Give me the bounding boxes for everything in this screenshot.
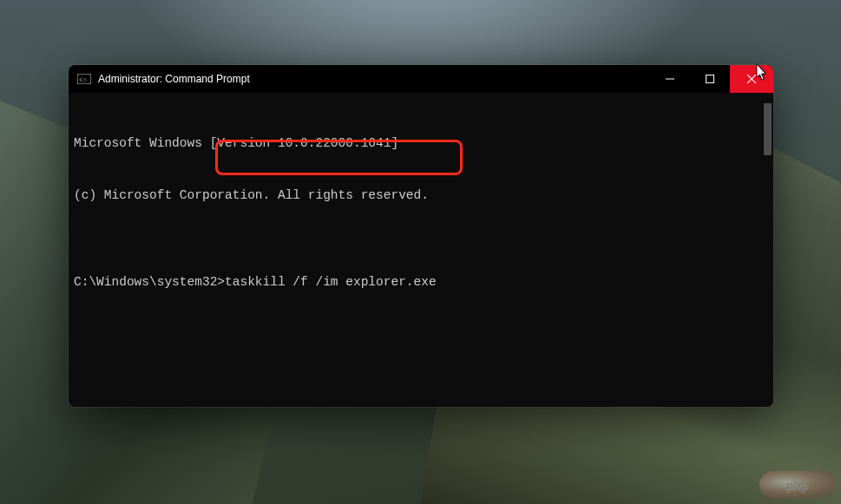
command-prompt-window: C:\ Administrator: Command Prompt Micros… — [69, 65, 773, 407]
terminal-output[interactable]: Microsoft Windows [Version 10.0.22000.16… — [69, 93, 773, 407]
terminal-scrollbar-thumb[interactable] — [764, 103, 772, 155]
svg-rect-3 — [706, 75, 714, 83]
svg-text:C:\: C:\ — [80, 76, 88, 83]
terminal-command: taskkill /f /im explorer.exe — [225, 273, 437, 291]
window-titlebar[interactable]: C:\ Administrator: Command Prompt — [69, 65, 773, 93]
cmd-icon: C:\ — [77, 72, 91, 86]
terminal-prompt-line: C:\Windows\system32>taskkill /f /im expl… — [74, 273, 766, 291]
watermark-badge: php — [759, 471, 836, 499]
watermark-text: php — [786, 479, 809, 492]
mouse-cursor-icon — [757, 64, 769, 85]
terminal-line: (c) Microsoft Corporation. All rights re… — [74, 187, 766, 204]
window-title: Administrator: Command Prompt — [98, 73, 250, 85]
terminal-line: Microsoft Windows [Version 10.0.22000.16… — [74, 134, 766, 152]
maximize-button[interactable] — [690, 65, 730, 93]
minimize-button[interactable] — [650, 65, 690, 93]
terminal-prompt: C:\Windows\system32> — [74, 273, 225, 291]
window-controls — [650, 65, 773, 93]
